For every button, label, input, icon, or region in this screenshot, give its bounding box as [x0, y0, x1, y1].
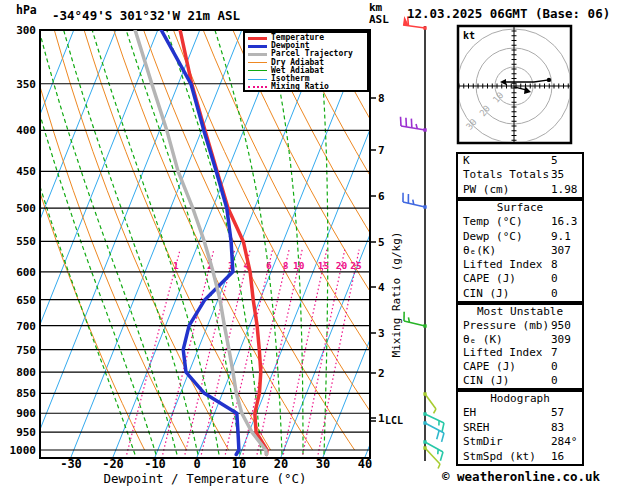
panel-row-label: StmSpd (kt) — [463, 450, 536, 463]
panel-row-label: θₑ(K) — [463, 244, 496, 257]
km-tick-label: 5 — [378, 236, 385, 249]
panel-row: CAPE (J)0 — [458, 272, 582, 286]
wind-barb-shaft — [425, 394, 436, 409]
dry-adiabat-line — [203, 30, 438, 450]
mixing-ratio-label: 10 — [293, 260, 305, 271]
panel-row-value: 57 — [551, 406, 564, 420]
legend: TemperatureDewpointParcel TrajectoryDry … — [243, 31, 369, 92]
panel-row-value: 284° — [551, 435, 578, 449]
wind-barb-feather — [440, 452, 443, 461]
panel-row: EH57 — [458, 406, 582, 420]
panel-row: CIN (J)0 — [458, 374, 582, 388]
mixing-ratio-label: 6 — [266, 260, 272, 271]
wind-barb-shaft — [403, 25, 425, 28]
temp-tick-label: 20 — [274, 457, 288, 471]
pressure-tick-label: 750 — [16, 344, 36, 357]
wind-barb-feather — [413, 200, 414, 205]
legend-line-sample — [248, 86, 267, 88]
wind-barb-feather — [442, 433, 444, 442]
altitude-axis-unit: km ASL — [369, 2, 389, 26]
mixing-ratio-label: 8 — [283, 260, 289, 271]
wet-adiabat-line — [18, 31, 157, 455]
km-tick-label: 7 — [378, 144, 385, 157]
temp-tick-label: -20 — [102, 457, 124, 471]
wind-barb — [423, 421, 444, 442]
panel-row-label: K — [463, 154, 470, 167]
temp-tick-label: -30 — [60, 457, 82, 471]
panel-row-value: 16 — [551, 450, 564, 464]
page-title: -34°49'S 301°32'W 21m ASL — [52, 8, 240, 23]
panel-row: K5 — [458, 154, 582, 168]
panel-row: Dewp (°C)9.1 — [458, 230, 582, 244]
wind-barb — [401, 117, 427, 132]
pressure-tick-label: 950 — [16, 426, 36, 439]
mixing-ratio-line — [127, 250, 180, 455]
panel-row-value: 0 — [551, 287, 558, 301]
wind-barb-feather — [408, 317, 409, 322]
panel-row: PW (cm)1.98 — [458, 183, 582, 197]
wind-barb — [403, 193, 427, 209]
pressure-tick-label: 700 — [16, 320, 36, 333]
pressure-tick-label: 400 — [16, 124, 36, 137]
panel-row-value: 7 — [551, 346, 558, 360]
mixing-ratio-label: 15 — [318, 260, 330, 271]
pressure-tick-label: 500 — [16, 202, 36, 215]
dewpoint-curve — [161, 30, 239, 455]
wet-adiabat-line — [215, 31, 282, 455]
wind-barb-feather — [437, 430, 439, 439]
panel-row-value: 0 — [551, 374, 558, 388]
panel-row-label: Pressure (mb) — [463, 319, 549, 332]
panel-row: Temp (°C)16.3 — [458, 215, 582, 229]
pressure-tick-label: 850 — [16, 387, 36, 400]
panel-row-label: Temp (°C) — [463, 215, 523, 228]
panel-row-label: Totals Totals — [463, 168, 549, 181]
wet-adiabat-line — [318, 31, 328, 455]
km-tick-label: 8 — [378, 92, 385, 105]
panel-row-value: 8 — [551, 258, 558, 272]
pressure-tick-label: 300 — [16, 24, 36, 37]
pressure-tick-label: 550 — [16, 235, 36, 248]
mixing-ratio-label: 1 — [173, 260, 179, 271]
dry-adiabat-line — [114, 30, 313, 450]
panel-row: SREH83 — [458, 421, 582, 435]
panel-row-label: SREH — [463, 421, 490, 434]
hodograph-unit-label: kt — [463, 30, 475, 41]
panel-row: θₑ(K)307 — [458, 244, 582, 258]
wind-barb-shaft — [401, 126, 425, 130]
wind-barb-feather — [438, 464, 440, 469]
km-tick-label: 3 — [378, 327, 385, 340]
index-panel: K5Totals Totals35PW (cm)1.98 — [456, 152, 584, 199]
panel-row: CIN (J)0 — [458, 287, 582, 301]
panel-row-label: CIN (J) — [463, 374, 509, 387]
wind-barb — [404, 312, 427, 328]
legend-line-sample — [248, 79, 267, 80]
mixing-ratio-line — [318, 250, 359, 455]
panel-row-value: 35 — [551, 168, 564, 182]
index-panel-surface: SurfaceTemp (°C)16.3Dewp (°C)9.1θₑ(K)307… — [456, 199, 584, 303]
pressure-tick-label: 800 — [16, 366, 36, 379]
temp-axis-labels: -30-20-10010203040 — [60, 457, 372, 471]
panel-row-value: 83 — [551, 421, 564, 435]
panel-row-value: 309 — [551, 333, 571, 347]
legend-line-sample — [248, 37, 267, 40]
mixing-ratio-label: 20 — [336, 260, 348, 271]
km-tick-label: 2 — [378, 367, 385, 380]
datetime-label: 12.03.2025 06GMT (Base: 06) — [407, 6, 610, 21]
panel-row: StmSpd (kt)16 — [458, 450, 582, 464]
pressure-tick-label: 1000 — [10, 444, 37, 457]
wind-barb-shaft — [404, 321, 425, 326]
panel-row-label: Dewp (°C) — [463, 230, 523, 243]
panel-row-value: 5 — [551, 154, 558, 168]
dry-adiabat-line — [144, 30, 355, 450]
legend-line-sample — [248, 45, 267, 48]
wet-adiabat-line — [268, 31, 303, 455]
legend-line-sample — [248, 70, 267, 71]
panel-row-value: 16.3 — [551, 215, 578, 229]
km-tick-label: 6 — [378, 190, 385, 203]
panel-row: Totals Totals35 — [458, 168, 582, 182]
panel-row-value: 9.1 — [551, 230, 571, 244]
pressure-tick-label: 350 — [16, 78, 36, 91]
panel-row: Lifted Index7 — [458, 346, 582, 360]
dry-adiabat-line — [173, 30, 396, 450]
index-panel-most-unstable: Most UnstablePressure (mb)950θₑ (K)309Li… — [456, 303, 584, 390]
